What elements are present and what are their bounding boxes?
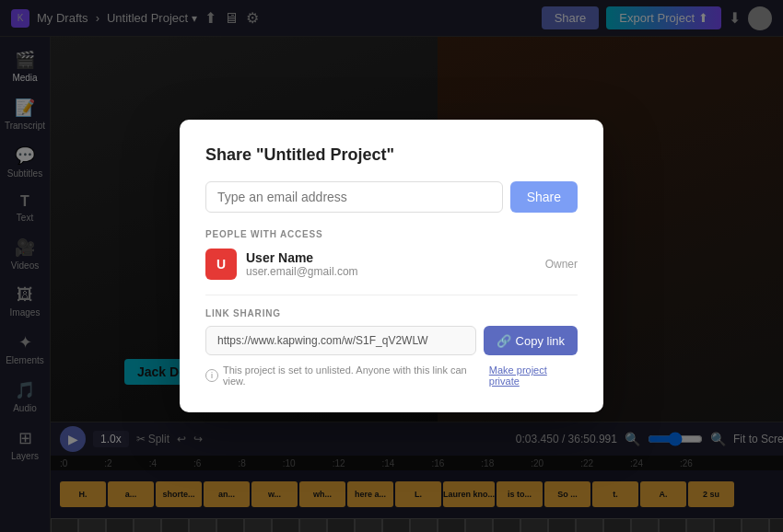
make-private-link[interactable]: Make project private — [489, 364, 578, 387]
modal-share-button[interactable]: Share — [510, 181, 578, 213]
link-note: i This project is set to unlisted. Anyon… — [205, 364, 578, 387]
share-modal: Share "Untitled Project" Share PEOPLE WI… — [180, 120, 603, 412]
divider — [205, 295, 578, 295]
owner-label: Owner — [545, 258, 578, 271]
email-input[interactable] — [205, 181, 503, 213]
copy-link-button[interactable]: 🔗 Copy link — [484, 326, 578, 355]
link-row: 🔗 Copy link — [205, 326, 578, 355]
link-icon: 🔗 — [497, 334, 511, 348]
user-email: user.email@gmail.com — [246, 265, 536, 278]
info-icon: i — [205, 369, 218, 382]
link-input[interactable] — [205, 326, 476, 355]
share-input-row: Share — [205, 181, 578, 213]
people-info: User Name user.email@gmail.com — [246, 250, 536, 278]
people-row: U User Name user.email@gmail.com Owner — [205, 249, 578, 280]
user-avatar: U — [205, 249, 237, 280]
link-section-heading: LINK SHARING — [205, 308, 578, 318]
people-section-heading: PEOPLE WITH ACCESS — [205, 229, 578, 239]
modal-title: Share "Untitled Project" — [205, 145, 578, 165]
modal-overlay[interactable]: Share "Untitled Project" Share PEOPLE WI… — [0, 0, 783, 532]
user-display-name: User Name — [246, 250, 536, 265]
